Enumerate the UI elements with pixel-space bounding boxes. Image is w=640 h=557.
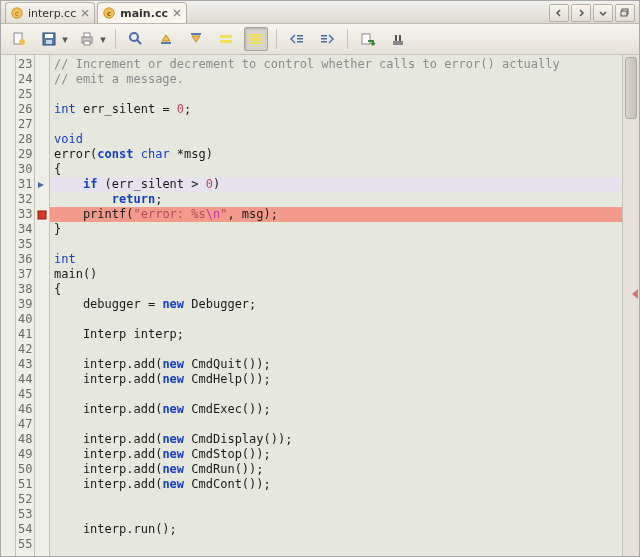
code-line[interactable]: return; xyxy=(54,192,622,207)
code-line[interactable]: // emit a message. xyxy=(54,72,622,87)
code-line[interactable] xyxy=(54,492,622,507)
marker-cell[interactable] xyxy=(35,387,49,402)
stop-button[interactable] xyxy=(386,27,410,51)
code-line[interactable]: interp.add(new CmdStop()); xyxy=(54,447,622,462)
marker-cell[interactable] xyxy=(35,477,49,492)
marker-cell[interactable] xyxy=(35,132,49,147)
code-line[interactable]: // Increment or decrement to control whe… xyxy=(54,57,622,72)
marker-cell[interactable] xyxy=(35,357,49,372)
vertical-scrollbar[interactable] xyxy=(622,55,639,556)
line-number: 52 xyxy=(16,492,34,507)
code-line[interactable]: Interp interp; xyxy=(54,327,622,342)
marker-cell[interactable] xyxy=(35,537,49,552)
highlight-all-button[interactable] xyxy=(244,27,268,51)
marker-cell[interactable] xyxy=(35,252,49,267)
save-button[interactable] xyxy=(37,27,61,51)
print-dropdown[interactable]: ▾ xyxy=(99,28,107,50)
marker-cell[interactable] xyxy=(35,87,49,102)
marker-cell[interactable] xyxy=(35,372,49,387)
marker-cell[interactable] xyxy=(35,102,49,117)
code-line[interactable]: { xyxy=(54,162,622,177)
find-button[interactable] xyxy=(124,27,148,51)
code-line[interactable] xyxy=(54,507,622,522)
code-line[interactable]: interp.add(new CmdRun()); xyxy=(54,462,622,477)
find-next-button[interactable] xyxy=(184,27,208,51)
tab-main[interactable]: c main.cc xyxy=(97,2,187,23)
svg-rect-9 xyxy=(45,34,53,38)
close-icon[interactable] xyxy=(80,8,90,18)
marker-cell[interactable] xyxy=(35,222,49,237)
code-line[interactable]: interp.add(new CmdDisplay()); xyxy=(54,432,622,447)
marker-cell[interactable] xyxy=(35,207,49,222)
code-line[interactable]: void xyxy=(54,132,622,147)
marker-cell[interactable] xyxy=(35,117,49,132)
code-line[interactable]: { xyxy=(54,282,622,297)
code-line[interactable]: interp.run(); xyxy=(54,522,622,537)
nav-next-button[interactable] xyxy=(571,4,591,22)
code-line[interactable] xyxy=(54,117,622,132)
marker-cell[interactable] xyxy=(35,432,49,447)
marker-cell[interactable] xyxy=(35,267,49,282)
highlight-button[interactable] xyxy=(214,27,238,51)
marker-cell[interactable] xyxy=(35,177,49,192)
code-line[interactable] xyxy=(54,537,622,552)
code-line[interactable]: int xyxy=(54,252,622,267)
indent-button[interactable] xyxy=(315,27,339,51)
marker-cell[interactable] xyxy=(35,297,49,312)
code-line[interactable] xyxy=(54,387,622,402)
marker-cell[interactable] xyxy=(35,57,49,72)
save-dropdown[interactable]: ▾ xyxy=(61,28,69,50)
scrollbar-thumb[interactable] xyxy=(625,57,637,119)
marker-cell[interactable] xyxy=(35,327,49,342)
code-line[interactable]: interp.add(new CmdExec()); xyxy=(54,402,622,417)
print-button[interactable] xyxy=(75,27,99,51)
line-number-gutter[interactable]: 2324252627282930313233343536373839404142… xyxy=(16,55,35,556)
tab-interp[interactable]: c interp.cc xyxy=(5,2,95,23)
nav-prev-button[interactable] xyxy=(549,4,569,22)
close-icon[interactable] xyxy=(172,8,182,18)
marker-cell[interactable] xyxy=(35,462,49,477)
line-number: 34 xyxy=(16,222,34,237)
new-file-button[interactable] xyxy=(7,27,31,51)
code-line[interactable] xyxy=(54,417,622,432)
code-area[interactable]: // Increment or decrement to control whe… xyxy=(50,55,622,556)
marker-cell[interactable] xyxy=(35,522,49,537)
code-line[interactable]: interp.add(new CmdHelp()); xyxy=(54,372,622,387)
code-line[interactable] xyxy=(54,342,622,357)
code-line[interactable] xyxy=(54,237,622,252)
fold-gutter[interactable] xyxy=(1,55,16,556)
code-editor[interactable]: 2324252627282930313233343536373839404142… xyxy=(1,55,639,556)
nav-menu-button[interactable] xyxy=(593,4,613,22)
marker-cell[interactable] xyxy=(35,312,49,327)
marker-cell[interactable] xyxy=(35,507,49,522)
code-line[interactable]: interp.add(new CmdCont()); xyxy=(54,477,622,492)
code-line[interactable]: error(const char *msg) xyxy=(54,147,622,162)
marker-cell[interactable] xyxy=(35,417,49,432)
code-line[interactable] xyxy=(54,312,622,327)
run-button[interactable] xyxy=(356,27,380,51)
marker-cell[interactable] xyxy=(35,402,49,417)
code-line[interactable]: interp.add(new CmdQuit()); xyxy=(54,357,622,372)
line-number: 49 xyxy=(16,447,34,462)
code-line[interactable]: main() xyxy=(54,267,622,282)
svg-rect-29 xyxy=(393,41,403,45)
outdent-button[interactable] xyxy=(285,27,309,51)
marker-cell[interactable] xyxy=(35,72,49,87)
code-line[interactable]: debugger = new Debugger; xyxy=(54,297,622,312)
code-line[interactable]: int err_silent = 0; xyxy=(54,102,622,117)
svg-rect-20 xyxy=(250,38,262,41)
marker-gutter[interactable] xyxy=(35,55,50,556)
marker-cell[interactable] xyxy=(35,492,49,507)
find-prev-button[interactable] xyxy=(154,27,178,51)
marker-cell[interactable] xyxy=(35,342,49,357)
code-line[interactable]: } xyxy=(54,222,622,237)
marker-cell[interactable] xyxy=(35,147,49,162)
marker-cell[interactable] xyxy=(35,192,49,207)
svg-rect-23 xyxy=(297,38,303,40)
marker-cell[interactable] xyxy=(35,237,49,252)
marker-cell[interactable] xyxy=(35,447,49,462)
nav-restore-button[interactable] xyxy=(615,4,635,22)
code-line[interactable] xyxy=(54,87,622,102)
marker-cell[interactable] xyxy=(35,162,49,177)
marker-cell[interactable] xyxy=(35,282,49,297)
